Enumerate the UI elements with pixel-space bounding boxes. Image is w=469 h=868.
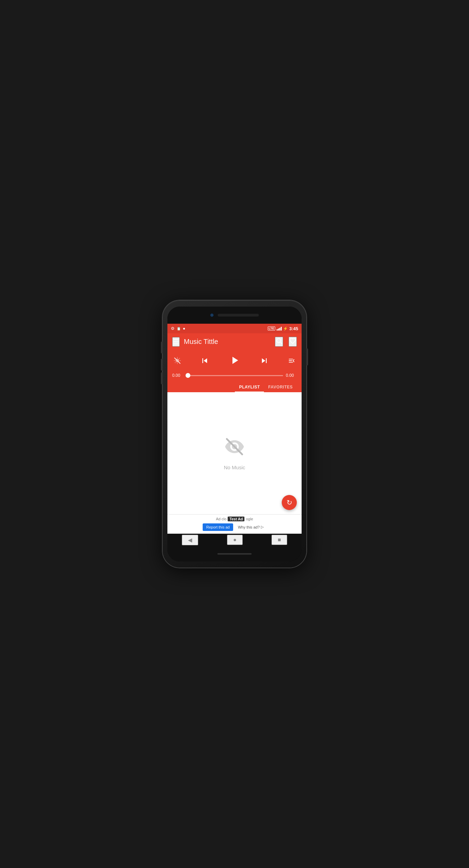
progress-thumb[interactable] bbox=[186, 373, 190, 378]
bottom-bezel bbox=[167, 546, 302, 561]
settings-status-icon: ⚙ bbox=[171, 326, 175, 331]
svg-line-1 bbox=[280, 342, 282, 344]
menu-button[interactable]: ☰ bbox=[172, 337, 180, 347]
progress-track[interactable] bbox=[186, 375, 283, 376]
header-right bbox=[275, 337, 297, 347]
camera bbox=[210, 313, 214, 317]
bottom-nav: ◀ ● ■ bbox=[167, 534, 302, 546]
next-button[interactable] bbox=[258, 355, 270, 369]
content-area: No Music ↻ bbox=[167, 392, 302, 514]
ad-area: Ad clo Test Ad ogle Report this ad Why t… bbox=[167, 514, 302, 534]
tab-playlist[interactable]: PLAYLIST bbox=[235, 383, 264, 392]
favorites-button[interactable] bbox=[289, 337, 297, 347]
no-music-text: No Music bbox=[224, 464, 245, 470]
app-screen: ⚙ 📋 ● LTE ⚡ 3:45 bbox=[167, 324, 302, 546]
empty-state: No Music bbox=[224, 436, 245, 470]
ad-close-text: Ad clo bbox=[216, 517, 227, 521]
sim-status-icon: 📋 bbox=[177, 327, 181, 331]
signal-icon bbox=[277, 326, 282, 331]
header-left: ☰ Music Tittle bbox=[172, 337, 218, 347]
refresh-fab[interactable]: ↻ bbox=[282, 495, 297, 510]
why-ad-icon: ▷ bbox=[261, 525, 264, 529]
alarm-off-button[interactable] bbox=[172, 356, 182, 368]
app-header: ☰ Music Tittle bbox=[167, 333, 302, 350]
phone-device: ⚙ 📋 ● LTE ⚡ 3:45 bbox=[163, 300, 306, 568]
back-button[interactable]: ◀ bbox=[182, 535, 198, 545]
status-time: 3:45 bbox=[289, 326, 298, 331]
status-bar: ⚙ 📋 ● LTE ⚡ 3:45 bbox=[167, 324, 302, 333]
lte-icon: LTE bbox=[268, 326, 275, 331]
why-ad-button[interactable]: Why this ad? ▷ bbox=[235, 523, 266, 531]
top-bezel bbox=[167, 307, 302, 324]
home-indicator bbox=[217, 553, 252, 555]
queue-button[interactable] bbox=[287, 356, 297, 368]
status-right-icons: LTE ⚡ 3:45 bbox=[268, 326, 298, 331]
recents-button[interactable]: ■ bbox=[271, 535, 287, 545]
search-button[interactable] bbox=[275, 337, 283, 347]
prev-button[interactable] bbox=[199, 355, 211, 369]
progress-row: 0.00 0.00 bbox=[172, 373, 297, 378]
circle-status-icon: ● bbox=[183, 326, 185, 331]
speaker bbox=[218, 314, 259, 317]
status-left-icons: ⚙ 📋 ● bbox=[171, 326, 185, 331]
play-button[interactable] bbox=[227, 353, 242, 370]
no-music-icon bbox=[224, 436, 245, 461]
why-ad-label: Why this ad? bbox=[238, 525, 260, 529]
home-button[interactable]: ● bbox=[227, 535, 243, 545]
ad-top-row: Ad clo Test Ad ogle bbox=[171, 517, 298, 521]
player-controls: 0.00 0.00 bbox=[167, 350, 302, 381]
tab-favorites[interactable]: FAVORITES bbox=[264, 383, 297, 392]
test-ad-badge: Test Ad bbox=[228, 517, 244, 521]
refresh-icon: ↻ bbox=[287, 498, 292, 507]
time-start: 0.00 bbox=[172, 373, 183, 378]
controls-row bbox=[172, 353, 297, 370]
time-end: 0.00 bbox=[286, 373, 297, 378]
battery-icon: ⚡ bbox=[283, 326, 288, 331]
ad-buttons-row: Report this ad Why this ad? ▷ bbox=[171, 523, 298, 531]
ad-google-text: ogle bbox=[246, 517, 253, 521]
app-title: Music Tittle bbox=[184, 338, 218, 346]
report-ad-button[interactable]: Report this ad bbox=[203, 523, 233, 531]
phone-screen: ⚙ 📋 ● LTE ⚡ 3:45 bbox=[167, 307, 302, 561]
tabs-row: PLAYLIST FAVORITES bbox=[167, 381, 302, 392]
